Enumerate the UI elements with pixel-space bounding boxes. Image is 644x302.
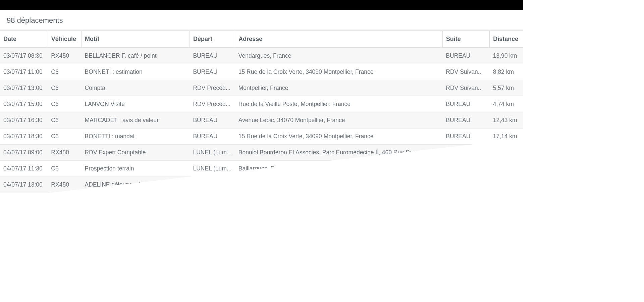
table-row[interactable]: 03/07/17 11:00C6BONNETI : estimationBURE…	[0, 64, 523, 80]
table-header-row: Date Véhicule Motif Départ Adresse Suite…	[0, 31, 523, 48]
cell-adresse: Vendargues, France	[235, 48, 443, 64]
col-header-adresse[interactable]: Adresse	[235, 31, 443, 48]
table-row[interactable]: 04/07/17 11:30C6Prospection terrainLUNEL…	[0, 161, 523, 177]
cell-vehicule: RX450	[48, 177, 81, 193]
cell-vehicule: C6	[48, 129, 81, 145]
cell-distance	[490, 145, 523, 161]
cell-depart	[190, 193, 235, 209]
cell-vehicule: RX450	[48, 145, 81, 161]
table-row[interactable]: 03/07/17 15:00C6LANVON VisiteRDV Précéd.…	[0, 96, 523, 112]
cell-motif: BONNETI : estimation	[82, 64, 190, 80]
cell-motif: MARCADET : avis de valeur	[82, 112, 190, 129]
cell-vehicule: C6	[48, 112, 81, 129]
cell-vehicule: C6	[48, 80, 81, 96]
cell-distance: 5,57 km	[490, 80, 523, 96]
cell-vehicule: RX450	[48, 48, 81, 64]
cell-date: 04/07/17 11:30	[0, 161, 48, 177]
cell-motif: BONETTI : mandat	[82, 129, 190, 145]
col-header-vehicule[interactable]: Véhicule	[48, 31, 81, 48]
cell-adresse: Baillargues, France	[235, 161, 443, 177]
cell-adresse	[235, 193, 443, 209]
col-header-date[interactable]: Date	[0, 31, 48, 48]
cell-distance: 4,74 km	[490, 96, 523, 112]
cell-adresse: Avenue Lepic, 34070 Montpellier, France	[235, 112, 443, 129]
cell-vehicule	[48, 193, 81, 209]
cell-date: 04/07/17 15:0	[0, 193, 48, 209]
cell-depart: LUNEL (Lum...	[190, 145, 235, 161]
cell-date: 03/07/17 08:30	[0, 48, 48, 64]
cell-date: 03/07/17 16:30	[0, 112, 48, 129]
cell-suite: RDV Suivan...	[442, 64, 489, 80]
cell-suite: BUREAU	[442, 112, 489, 129]
cell-suite: RDV Suivan...	[442, 80, 489, 96]
cell-date: 03/07/17 13:00	[0, 80, 48, 96]
cell-adresse	[235, 177, 443, 193]
cell-distance: 12,43 km	[490, 112, 523, 129]
cell-vehicule: C6	[48, 96, 81, 112]
cell-depart: BUREAU	[190, 48, 235, 64]
table-row[interactable]: 03/07/17 13:00C6ComptaRDV Précéd...Montp…	[0, 80, 523, 96]
cell-date: 03/07/17 15:00	[0, 96, 48, 112]
cell-distance: 13,90 km	[490, 48, 523, 64]
cell-suite	[442, 193, 489, 209]
cell-adresse: Montpellier, France	[235, 80, 443, 96]
cell-motif	[82, 193, 190, 209]
cell-motif: LANVON Visite	[82, 96, 190, 112]
cell-suite: BUREAU	[442, 96, 489, 112]
table-row[interactable]: 04/07/17 13:00RX450ADELINE déjeuner chez…	[0, 177, 523, 193]
cell-depart: RDV Précéd...	[190, 96, 235, 112]
table-row[interactable]: 03/07/17 08:30RX450BELLANGER F. café / p…	[0, 48, 523, 64]
cell-depart: RDV Précéd...	[190, 80, 235, 96]
cell-date: 03/07/17 11:00	[0, 64, 48, 80]
cell-depart: BUREAU	[190, 129, 235, 145]
cell-suite	[442, 161, 489, 177]
cell-adresse: Rue de la Vieille Poste, Montpellier, Fr…	[235, 96, 443, 112]
cell-distance	[490, 193, 523, 209]
cell-motif: ADELINE déjeuner chez Lecle	[82, 177, 190, 193]
cell-distance	[490, 177, 523, 193]
cell-depart: BUREAU	[190, 112, 235, 129]
cell-adresse: 15 Rue de la Croix Verte, 34090 Montpell…	[235, 64, 443, 80]
cell-depart	[190, 177, 235, 193]
cell-date: 04/07/17 13:00	[0, 177, 48, 193]
cell-depart: BUREAU	[190, 64, 235, 80]
table-row[interactable]: 04/07/17 15:0	[0, 193, 523, 209]
cell-date: 03/07/17 18:30	[0, 129, 48, 145]
cell-depart: LUNEL (Lum...	[190, 161, 235, 177]
col-header-distance[interactable]: Distance	[490, 31, 523, 48]
cell-date: 04/07/17 09:00	[0, 145, 48, 161]
cell-suite: BUREAU	[442, 129, 489, 145]
cell-vehicule: C6	[48, 161, 81, 177]
cell-adresse: Bonniol Bourderon Et Associes, Parc Euro…	[235, 145, 443, 161]
trips-table: Date Véhicule Motif Départ Adresse Suite…	[0, 31, 523, 209]
col-header-depart[interactable]: Départ	[190, 31, 235, 48]
cell-motif: Prospection terrain	[82, 161, 190, 177]
cell-suite: BUREAU	[442, 48, 489, 64]
top-black-bar	[0, 0, 523, 10]
title-bar: 98 déplacements	[0, 10, 523, 31]
cell-vehicule: C6	[48, 64, 81, 80]
cell-suite	[442, 145, 489, 161]
col-header-motif[interactable]: Motif	[82, 31, 190, 48]
cell-motif: BELLANGER F. café / point	[82, 48, 190, 64]
page-title: 98 déplacements	[7, 16, 517, 25]
col-header-suite[interactable]: Suite	[442, 31, 489, 48]
cell-distance: 17,14 km	[490, 129, 523, 145]
cell-adresse: 15 Rue de la Croix Verte, 34090 Montpell…	[235, 129, 443, 145]
cell-distance: 8,82 km	[490, 64, 523, 80]
cell-distance	[490, 161, 523, 177]
cell-motif: Compta	[82, 80, 190, 96]
table-row[interactable]: 04/07/17 09:00RX450RDV Expert ComptableL…	[0, 145, 523, 161]
cell-motif: RDV Expert Comptable	[82, 145, 190, 161]
table-row[interactable]: 03/07/17 16:30C6MARCADET : avis de valeu…	[0, 112, 523, 129]
table-row[interactable]: 03/07/17 18:30C6BONETTI : mandatBUREAU15…	[0, 129, 523, 145]
cell-suite	[442, 177, 489, 193]
